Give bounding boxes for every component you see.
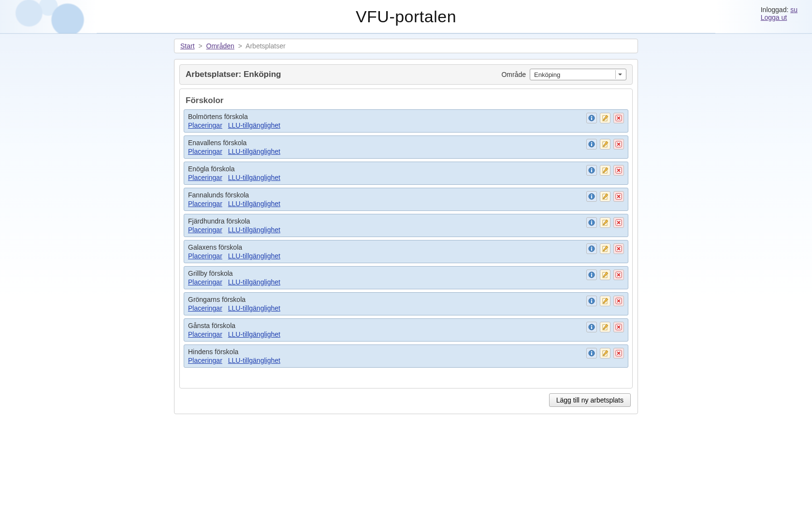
svg-point-2 [591, 116, 592, 117]
placeringar-link[interactable]: Placeringar [188, 278, 222, 286]
info-icon[interactable] [586, 269, 597, 280]
edit-icon[interactable] [600, 165, 610, 176]
placeringar-link[interactable]: Placeringar [188, 148, 222, 155]
placeringar-link[interactable]: Placeringar [188, 330, 222, 338]
edit-icon[interactable] [600, 243, 610, 254]
svg-point-37 [591, 299, 592, 300]
workplace-item: Hindens förskola Placeringar LLU-tillgän… [184, 344, 628, 368]
app-header: VFU-portalen Inloggad: su Logga ut [0, 0, 812, 34]
delete-icon[interactable] [613, 322, 624, 332]
edit-icon[interactable] [600, 191, 610, 202]
svg-rect-26 [591, 248, 592, 251]
info-icon[interactable] [586, 348, 597, 359]
delete-icon[interactable] [613, 191, 624, 202]
llu-link[interactable]: LLU-tillgänglighet [228, 357, 280, 364]
workplace-name: Gånsta förskola [188, 322, 624, 329]
user-link[interactable]: su [790, 6, 798, 14]
placeringar-link[interactable]: Placeringar [188, 357, 222, 364]
edit-icon[interactable] [600, 348, 610, 359]
llu-link[interactable]: LLU-tillgänglighet [228, 330, 280, 338]
svg-point-12 [591, 168, 592, 169]
workplace-item: Enavallens förskola Placeringar LLU-till… [184, 135, 628, 159]
info-icon[interactable] [586, 296, 597, 306]
info-icon[interactable] [586, 113, 597, 123]
svg-point-42 [591, 325, 592, 326]
llu-link[interactable]: LLU-tillgänglighet [228, 148, 280, 155]
svg-point-32 [591, 273, 592, 274]
add-workplace-button[interactable]: Lägg till ny arbetsplats [549, 393, 631, 407]
svg-rect-31 [591, 274, 592, 277]
delete-icon[interactable] [613, 296, 624, 306]
info-icon[interactable] [586, 165, 597, 176]
svg-point-27 [591, 247, 592, 248]
info-icon[interactable] [586, 243, 597, 254]
footer-bar: Lägg till ny arbetsplats [179, 388, 633, 409]
edit-icon[interactable] [600, 139, 610, 149]
delete-icon[interactable] [613, 217, 624, 228]
placeringar-link[interactable]: Placeringar [188, 226, 222, 234]
area-selected-value: Enköping [534, 71, 560, 78]
placeringar-link[interactable]: Placeringar [188, 304, 222, 312]
svg-point-22 [591, 221, 592, 222]
svg-rect-41 [591, 327, 592, 329]
svg-rect-16 [591, 196, 592, 198]
breadcrumb-sep: > [196, 42, 204, 50]
edit-icon[interactable] [600, 113, 610, 123]
info-icon[interactable] [586, 217, 597, 228]
chevron-down-icon [615, 70, 624, 79]
info-icon[interactable] [586, 139, 597, 149]
workplace-name: Fannalunds förskola [188, 191, 624, 199]
workplace-name: Fjärdhundra förskola [188, 217, 624, 225]
section-title: Arbetsplatser: Enköping [186, 70, 281, 79]
svg-rect-21 [591, 222, 592, 224]
svg-rect-1 [591, 118, 592, 120]
llu-link[interactable]: LLU-tillgänglighet [228, 252, 280, 260]
workplace-name: Gröngarns förskola [188, 296, 624, 303]
workplace-item: Gånsta förskola Placeringar LLU-tillgäng… [184, 318, 628, 342]
llu-link[interactable]: LLU-tillgänglighet [228, 304, 280, 312]
delete-icon[interactable] [613, 243, 624, 254]
svg-point-17 [591, 194, 592, 195]
edit-icon[interactable] [600, 296, 610, 306]
svg-rect-46 [591, 353, 592, 355]
workplace-item: Galaxens förskola Placeringar LLU-tillgä… [184, 240, 628, 263]
llu-link[interactable]: LLU-tillgänglighet [228, 226, 280, 234]
llu-link[interactable]: LLU-tillgänglighet [228, 278, 280, 286]
breadcrumb-areas[interactable]: Områden [206, 42, 234, 50]
edit-icon[interactable] [600, 217, 610, 228]
llu-link[interactable]: LLU-tillgänglighet [228, 174, 280, 181]
logged-in-label: Inloggad: [761, 6, 789, 14]
edit-icon[interactable] [600, 322, 610, 332]
breadcrumb-start[interactable]: Start [180, 42, 195, 50]
breadcrumb-sep: > [236, 42, 244, 50]
area-select[interactable]: Enköping [530, 69, 626, 80]
workplace-item: Gröngarns förskola Placeringar LLU-tillg… [184, 292, 628, 315]
edit-icon[interactable] [600, 269, 610, 280]
area-label: Område [501, 71, 526, 78]
placeringar-link[interactable]: Placeringar [188, 252, 222, 260]
workplace-name: Bolmörtens förskola [188, 113, 624, 120]
app-title: VFU-portalen [97, 7, 715, 26]
info-icon[interactable] [586, 322, 597, 332]
breadcrumb: Start > Områden > Arbetsplatser [174, 39, 638, 53]
workplace-name: Enögla förskola [188, 165, 624, 173]
delete-icon[interactable] [613, 348, 624, 359]
placeringar-link[interactable]: Placeringar [188, 121, 222, 129]
logout-link[interactable]: Logga ut [761, 14, 787, 21]
svg-point-47 [591, 351, 592, 352]
delete-icon[interactable] [613, 139, 624, 149]
svg-rect-36 [591, 300, 592, 303]
delete-icon[interactable] [613, 113, 624, 123]
placeringar-link[interactable]: Placeringar [188, 200, 222, 208]
workplace-item: Bolmörtens förskola Placeringar LLU-till… [184, 109, 628, 133]
main-panel: Arbetsplatser: Enköping Område Enköping … [174, 59, 638, 414]
workplace-name: Hindens förskola [188, 348, 624, 356]
llu-link[interactable]: LLU-tillgänglighet [228, 200, 280, 208]
delete-icon[interactable] [613, 165, 624, 176]
workplace-list[interactable]: Förskolor Bolmörtens förskola Placeringa… [179, 89, 633, 388]
placeringar-link[interactable]: Placeringar [188, 174, 222, 181]
info-icon[interactable] [586, 191, 597, 202]
llu-link[interactable]: LLU-tillgänglighet [228, 121, 280, 129]
delete-icon[interactable] [613, 269, 624, 280]
section-header: Arbetsplatser: Enköping Område Enköping [179, 64, 633, 85]
